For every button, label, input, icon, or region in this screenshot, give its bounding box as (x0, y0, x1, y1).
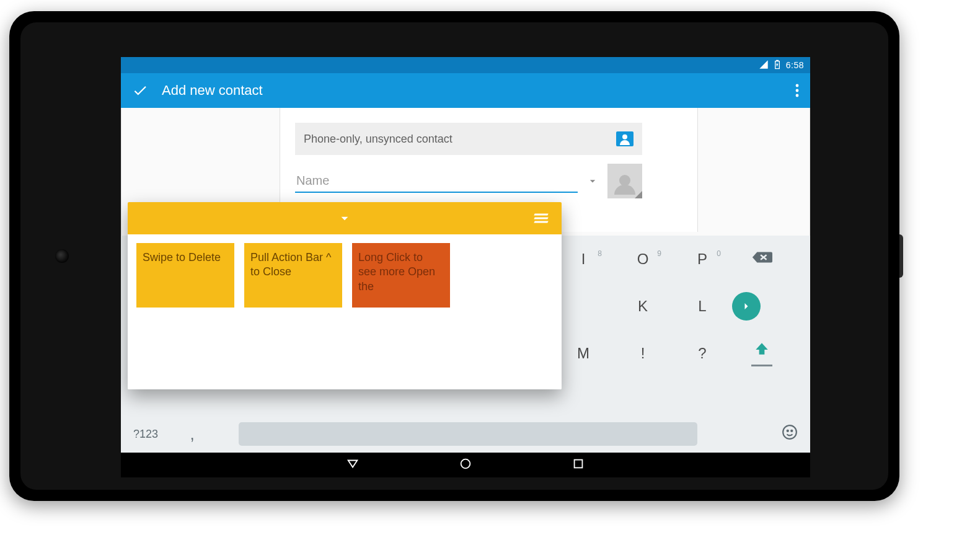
notes-overlay-panel[interactable]: Swipe to DeletePull Action Bar ^ to Clos… (128, 202, 562, 389)
cellular-icon (759, 60, 769, 71)
keyboard-key-p[interactable]: P0 (673, 250, 732, 268)
keyboard-key-k[interactable]: K (613, 298, 673, 315)
battery-icon (772, 60, 782, 71)
keyboard-key-![interactable]: ! (613, 345, 673, 362)
keyboard-emoji-key[interactable] (782, 424, 798, 444)
keyboard-symbols-key[interactable]: ?123 (133, 428, 170, 441)
svg-point-0 (796, 84, 799, 87)
svg-point-1 (796, 89, 799, 92)
screen: 6:58 Add new contact Phone-only (121, 57, 810, 477)
system-navigation-bar (121, 453, 810, 477)
svg-point-3 (783, 425, 797, 439)
back-button[interactable] (346, 457, 360, 473)
svg-rect-7 (575, 460, 583, 468)
keyboard-key-?[interactable]: ? (673, 345, 732, 362)
svg-point-5 (791, 430, 792, 432)
chevron-down-icon (337, 210, 353, 226)
sticky-note[interactable]: Long Click to see more Open the (352, 243, 450, 308)
status-bar: 6:58 (121, 57, 810, 73)
keyboard-key-i[interactable]: I8 (554, 250, 613, 268)
recents-button[interactable] (572, 457, 585, 473)
app-bar: Add new contact (121, 73, 810, 108)
name-input[interactable] (295, 170, 578, 193)
contact-photo-picker[interactable] (607, 164, 642, 198)
keyboard-shift-key[interactable] (732, 341, 792, 366)
sticky-note[interactable]: Swipe to Delete (136, 243, 234, 308)
front-camera (55, 249, 69, 263)
save-contact-button[interactable] (132, 82, 148, 99)
keyboard-key-l[interactable]: L (673, 298, 732, 315)
home-button[interactable] (459, 457, 472, 473)
sticky-note[interactable]: Pull Action Bar ^ to Close (244, 243, 342, 308)
svg-point-6 (461, 459, 470, 469)
keyboard-enter-key[interactable] (732, 292, 792, 321)
account-selector[interactable]: Phone-only, unsynced contact (295, 123, 642, 155)
svg-point-4 (787, 430, 788, 432)
keyboard-space-key[interactable] (239, 422, 697, 446)
contacts-app-icon (616, 131, 633, 146)
svg-point-2 (796, 94, 799, 97)
keyboard-comma-key[interactable]: , (183, 425, 201, 444)
keyboard-key-m[interactable]: M (554, 345, 613, 362)
tablet-frame: 6:58 Add new contact Phone-only (9, 11, 899, 501)
notes-panel-header[interactable] (128, 202, 562, 234)
keyboard-backspace-key[interactable] (732, 250, 792, 268)
overflow-menu-button[interactable] (795, 84, 799, 97)
power-button[interactable] (899, 234, 903, 278)
expand-name-fields-icon[interactable] (586, 175, 599, 187)
account-label: Phone-only, unsynced contact (304, 133, 452, 146)
status-time: 6:58 (786, 60, 804, 70)
app-bar-title: Add new contact (162, 82, 263, 99)
keyboard-key-o[interactable]: O9 (613, 250, 673, 268)
drag-handle-icon[interactable] (534, 212, 548, 225)
